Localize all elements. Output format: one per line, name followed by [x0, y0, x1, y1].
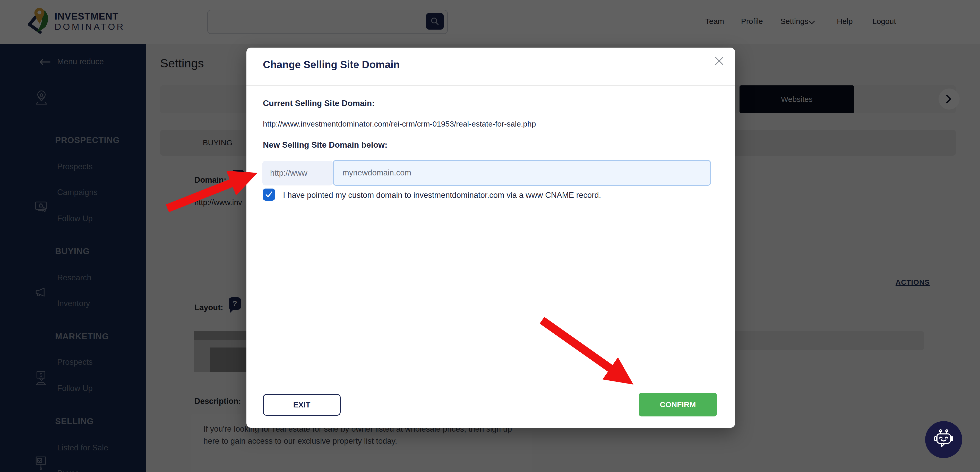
new-domain-field[interactable]: [333, 160, 711, 186]
current-domain-label: Current Selling Site Domain:: [263, 98, 375, 108]
close-icon: [714, 56, 724, 66]
app: INVESTMENT DOMINATOR Team Profile Settin…: [0, 0, 980, 472]
change-domain-modal: Change Selling Site Domain Current Selli…: [247, 48, 735, 428]
cname-checkbox[interactable]: [263, 188, 275, 201]
exit-button[interactable]: EXIT: [263, 394, 340, 416]
modal-title: Change Selling Site Domain: [263, 59, 399, 70]
protocol-field[interactable]: [262, 161, 333, 185]
checkmark-icon: [265, 191, 273, 198]
current-domain-url: http://www.investmentdominator.com/rei-c…: [263, 120, 536, 128]
robot-chat-icon: [933, 428, 955, 451]
cname-checkbox-label: I have pointed my custom domain to inves…: [283, 191, 601, 200]
confirm-button[interactable]: CONFIRM: [639, 393, 717, 417]
modal-divider: [247, 85, 735, 86]
modal-close-button[interactable]: [713, 55, 724, 67]
chat-widget-button[interactable]: [925, 421, 962, 458]
new-domain-label: New Selling Site Domain below:: [263, 140, 388, 150]
